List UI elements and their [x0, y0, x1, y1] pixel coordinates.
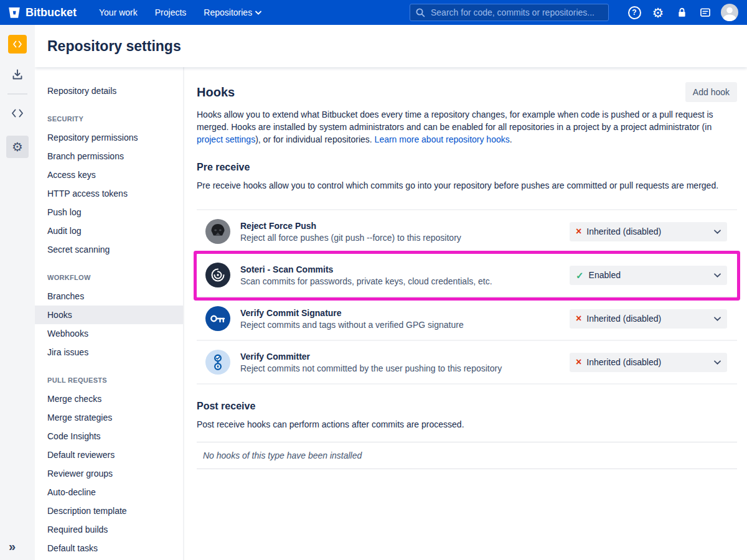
global-sidebar-rail: ⚙ »	[0, 25, 35, 560]
sidebar-section-workflow: WORKFLOW	[35, 273, 183, 282]
hook-name: Soteri - Scan Commits	[240, 264, 492, 274]
pre-receive-heading: Pre receive	[197, 162, 737, 173]
sidebar-item-webhooks[interactable]: Webhooks	[35, 324, 183, 343]
post-receive-heading: Post receive	[197, 401, 737, 412]
clone-download-icon	[11, 68, 24, 81]
sidebar-item-hooks[interactable]: Hooks	[35, 306, 183, 324]
expand-sidebar-button[interactable]: »	[9, 540, 16, 553]
chevron-down-icon	[255, 11, 261, 15]
source-code-icon	[11, 108, 24, 118]
chevron-down-icon	[714, 317, 721, 321]
brand-name: Bitbucket	[26, 6, 77, 19]
status-select-soteri-scan-commits[interactable]: ✓ Enabled	[570, 266, 727, 285]
hooks-heading: Hooks	[197, 85, 235, 100]
bitbucket-logo[interactable]: Bitbucket	[7, 5, 77, 20]
sidebar-section-security: SECURITY	[35, 114, 183, 124]
sidebar-item-jira-issues[interactable]: Jira issues	[35, 343, 183, 362]
gpg-key-icon	[205, 306, 230, 331]
sidebar-item-branch-permissions[interactable]: Branch permissions	[35, 147, 183, 166]
soteri-logo-icon	[205, 263, 230, 287]
status-select-verify-commit-signature[interactable]: × Inherited (disabled)	[570, 309, 727, 329]
sidebar-item-reviewer-groups[interactable]: Reviewer groups	[35, 464, 183, 483]
search-icon	[415, 7, 425, 17]
clone-button[interactable]	[6, 63, 29, 86]
nav-your-work[interactable]: Your work	[99, 7, 138, 17]
sidebar-item-repository-details[interactable]: Repository details	[35, 82, 183, 100]
repository-avatar[interactable]	[8, 35, 27, 54]
lock-icon	[676, 6, 688, 19]
navbar-menu: Your work Projects Repositories	[99, 7, 261, 17]
status-label: Inherited (disabled)	[586, 314, 661, 324]
status-label: Enabled	[589, 270, 621, 280]
enabled-check-icon: ✓	[576, 271, 584, 280]
sidebar-item-code-insights[interactable]: Code Insights	[35, 427, 183, 446]
hook-description: Reject all force pushes (git push --forc…	[240, 233, 461, 243]
admin-settings-button[interactable]: ⚙	[649, 3, 667, 22]
help-button[interactable]: ?	[625, 3, 644, 22]
hook-description: Reject commits and tags without a verifi…	[240, 320, 464, 330]
sidebar-item-merge-checks[interactable]: Merge checks	[35, 390, 183, 408]
sidebar-item-audit-log[interactable]: Audit log	[35, 222, 183, 240]
hook-row-verify-commit-signature: Verify Commit Signature Reject commits a…	[197, 297, 737, 341]
chevron-down-icon	[714, 230, 721, 234]
hook-row-verify-committer: Verify Committer Reject commits not comm…	[197, 341, 737, 385]
feedback-button[interactable]	[696, 3, 715, 22]
disabled-x-icon: ×	[576, 226, 581, 236]
search-input[interactable]	[430, 7, 603, 18]
project-settings-link[interactable]: project settings	[197, 134, 255, 144]
feedback-icon	[699, 7, 712, 19]
hook-description: Scan commits for passwords, private keys…	[240, 276, 492, 286]
settings-side-nav: Repository details SECURITY Repository p…	[35, 67, 184, 560]
hook-name: Verify Commit Signature	[240, 308, 464, 318]
sidebar-item-required-builds[interactable]: Required builds	[35, 520, 183, 539]
disabled-x-icon: ×	[576, 314, 581, 324]
bitbucket-mark-icon	[7, 5, 21, 20]
sidebar-item-description-template[interactable]: Description template	[35, 502, 183, 520]
page-header: Repository settings	[35, 25, 747, 67]
sidebar-item-http-access-tokens[interactable]: HTTP access tokens	[35, 184, 183, 203]
page-title: Repository settings	[47, 38, 181, 55]
settings-gear-icon: ⚙	[12, 141, 23, 153]
sidebar-item-default-tasks[interactable]: Default tasks	[35, 539, 183, 558]
nav-repositories[interactable]: Repositories	[204, 7, 261, 17]
repository-settings-button[interactable]: ⚙	[6, 136, 29, 158]
gear-icon: ⚙	[652, 6, 664, 19]
sidebar-item-branches[interactable]: Branches	[35, 287, 183, 306]
post-receive-empty-message: No hooks of this type have been installe…	[197, 442, 737, 469]
code-avatar-icon	[12, 39, 23, 50]
content-area: Repository details SECURITY Repository p…	[35, 67, 747, 560]
disabled-x-icon: ×	[576, 357, 581, 367]
status-label: Inherited (disabled)	[586, 226, 661, 236]
hooks-main-panel: Hooks Add hook Hooks allow you to extend…	[184, 67, 747, 560]
nav-projects[interactable]: Projects	[155, 7, 187, 17]
hook-description: Reject commits not committed by the user…	[240, 363, 502, 373]
status-select-verify-committer[interactable]: × Inherited (disabled)	[570, 353, 727, 372]
sidebar-item-merge-strategies[interactable]: Merge strategies	[35, 408, 183, 427]
sidebar-item-push-log[interactable]: Push log	[35, 203, 183, 222]
sidebar-item-auto-decline[interactable]: Auto-decline	[35, 483, 183, 502]
sidebar-item-secret-scanning[interactable]: Secret scanning	[35, 240, 183, 259]
sidebar-item-default-reviewers[interactable]: Default reviewers	[35, 446, 183, 464]
pre-receive-description: Pre receive hooks allow you to control w…	[197, 179, 737, 192]
source-code-button[interactable]	[6, 102, 29, 124]
admin-lock-button[interactable]	[672, 3, 691, 22]
global-search[interactable]	[410, 4, 609, 21]
avatar-person-icon	[721, 4, 738, 21]
post-receive-description: Post receive hooks can perform actions a…	[197, 418, 737, 431]
status-select-reject-force-push[interactable]: × Inherited (disabled)	[570, 222, 727, 241]
hook-name: Verify Committer	[240, 352, 502, 362]
hook-row-soteri-scan-commits: Soteri - Scan Commits Scan commits for p…	[197, 254, 737, 297]
rail-divider	[7, 93, 27, 95]
verify-committer-icon	[205, 350, 230, 375]
chevron-down-icon	[714, 360, 721, 365]
learn-more-link[interactable]: Learn more about repository hooks	[375, 134, 510, 144]
add-hook-button[interactable]: Add hook	[685, 82, 737, 102]
user-avatar[interactable]	[721, 4, 738, 21]
hook-row-reject-force-push: Reject Force Push Reject all force pushe…	[197, 209, 737, 254]
top-navbar: Bitbucket Your work Projects Repositorie…	[0, 0, 747, 25]
sidebar-item-access-keys[interactable]: Access keys	[35, 166, 183, 184]
chevron-down-icon	[714, 273, 721, 278]
hooks-intro-text: Hooks allow you to extend what Bitbucket…	[197, 108, 737, 146]
help-icon: ?	[628, 6, 641, 19]
sidebar-item-repository-permissions[interactable]: Repository permissions	[35, 128, 183, 147]
